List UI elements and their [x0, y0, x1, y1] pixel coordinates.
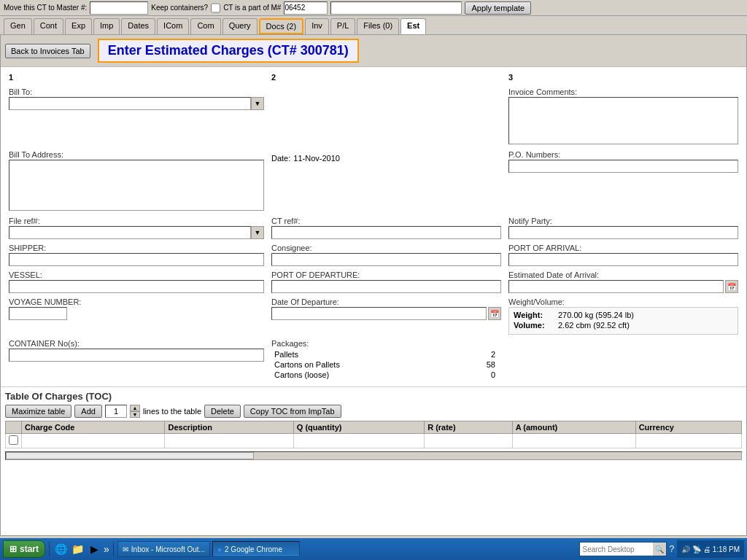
vessel-label: VESSEL:	[9, 271, 264, 279]
bill-to-dropdown-btn[interactable]: ▼	[251, 97, 264, 110]
copy-toc-btn[interactable]: Copy TOC from ImpTab	[244, 405, 341, 418]
tab-gen[interactable]: Gen	[4, 18, 32, 34]
tab-query[interactable]: Query	[222, 18, 258, 34]
voyage-input[interactable]	[9, 307, 67, 320]
toc-row-quantity[interactable]	[293, 434, 424, 448]
ct-part-input[interactable]	[284, 1, 328, 15]
packages-row-cartons: Cartons on Pallets 58	[271, 359, 501, 370]
toc-table: Charge Code Description Q (quantity) R (…	[5, 421, 742, 448]
toc-col-rate: R (rate)	[425, 421, 513, 434]
container-input[interactable]: NYKU-271873-7 20' / DV	[9, 349, 264, 362]
ct-ref-input[interactable]: 300781	[271, 226, 501, 239]
table-row	[6, 434, 742, 448]
ct-ref-section: CT ref#: 300781	[268, 214, 505, 241]
date-departure-input[interactable]: 12-May-2010	[271, 307, 487, 320]
file-ref-label: File ref#:	[9, 217, 264, 225]
toc-col-checkbox	[6, 421, 22, 434]
tab-cont[interactable]: Cont	[34, 18, 63, 34]
bill-to-input[interactable]	[9, 97, 251, 110]
invoice-comments-label: Invoice Comments:	[508, 88, 738, 96]
date-arrival-input[interactable]: 05-Jun-2010	[508, 280, 724, 293]
tab-files[interactable]: Files (0)	[357, 18, 399, 34]
top-bar: Move this CT to Master #: Keep container…	[0, 0, 747, 16]
tab-pl[interactable]: P/L	[330, 18, 356, 34]
toc-col-description: Description	[165, 421, 293, 434]
po-numbers-label: P.O. Numbers:	[508, 150, 738, 159]
toc-row-check-input[interactable]	[9, 435, 18, 445]
date-departure-calendar-btn[interactable]: 📅	[488, 307, 501, 320]
packages-qty-pallets: 2	[455, 349, 501, 359]
date-arrival-label: Estimated Date of Arrival:	[508, 271, 738, 279]
toc-row-rate[interactable]	[425, 434, 513, 448]
tab-icom[interactable]: ICom	[157, 18, 189, 34]
container-label: CONTAINER No(s):	[9, 339, 264, 348]
bill-to-address-label: Bill To Address:	[9, 150, 264, 159]
packages-type-loose: Cartons (loose)	[271, 370, 455, 380]
shipper-input[interactable]: PT TECHPACK ASIA	[9, 253, 264, 266]
date-label: Date:	[271, 154, 290, 163]
weight-volume-box: Weight: 270.00 kg (595.24 lb) Volume: 2.…	[508, 307, 738, 335]
toc-row-charge-code[interactable]	[22, 434, 165, 448]
tab-dates[interactable]: Dates	[121, 18, 155, 34]
file-ref-section: File ref#: ▼	[5, 214, 268, 241]
lines-num-input[interactable]	[105, 405, 127, 418]
file-ref-select-wrapper: ▼	[9, 226, 264, 239]
invoice-comments-section: Invoice Comments:	[505, 85, 742, 148]
keep-containers-checkbox[interactable]	[211, 1, 220, 15]
tab-inv[interactable]: Inv	[305, 18, 329, 34]
horizontal-scrollbar[interactable]	[5, 451, 742, 460]
tab-docs[interactable]: Docs (2)	[259, 18, 304, 34]
consignee-input[interactable]: COSMETECH MABLY INTERNATIONAL	[271, 253, 501, 266]
file-ref-input[interactable]	[9, 226, 251, 239]
toc-col-currency: Currency	[635, 421, 741, 434]
packages-label: Packages:	[271, 339, 501, 348]
delete-btn[interactable]: Delete	[204, 405, 241, 418]
vessel-input[interactable]: NYK REMUS V.06E18	[9, 280, 264, 293]
file-ref-dropdown-btn[interactable]: ▼	[251, 226, 264, 239]
tab-com[interactable]: Com	[190, 18, 220, 34]
weight-value: 270.00 kg (595.24 lb)	[558, 311, 634, 319]
date-departure-section: Date Of Departure: 12-May-2010 📅	[268, 295, 505, 337]
invoice-comments-input[interactable]	[508, 97, 738, 144]
add-btn[interactable]: Add	[74, 405, 102, 418]
packages-table: Pallets 2 Cartons on Pallets 58 Cartons …	[271, 349, 501, 380]
weight-label: Weight:	[514, 311, 554, 319]
lines-label: lines to the table	[143, 407, 201, 416]
bill-to-address-input[interactable]	[9, 160, 264, 211]
lines-num-down-btn[interactable]: ▼	[130, 411, 140, 418]
date-value: 11-Nov-2010	[293, 154, 340, 163]
bill-to-section: Bill To: ▼	[5, 85, 268, 148]
toc-row-checkbox[interactable]	[6, 434, 22, 448]
lines-num-up-btn[interactable]: ▲	[130, 405, 140, 411]
apply-template-btn[interactable]: Apply template	[465, 1, 531, 15]
toc-row-description[interactable]	[165, 434, 293, 448]
port-departure-input[interactable]: Hong Kong, Hong Kong	[271, 280, 501, 293]
tab-imp[interactable]: Imp	[93, 18, 120, 34]
toc-header-row: Charge Code Description Q (quantity) R (…	[6, 421, 742, 434]
toc-col-amount: A (amount)	[512, 421, 635, 434]
port-arrival-input[interactable]: New York, United States	[508, 253, 738, 266]
toc-row-amount[interactable]	[512, 434, 635, 448]
packages-type-cartons: Cartons on Pallets	[271, 359, 455, 370]
col2-date: Date: 11-Nov-2010	[268, 148, 505, 214]
master-num-input[interactable]	[90, 1, 148, 15]
date-departure-label: Date Of Departure:	[271, 298, 501, 306]
bill-to-label: Bill To:	[9, 88, 264, 96]
packages-row-pallets: Pallets 2	[271, 349, 501, 359]
container-section: CONTAINER No(s): NYKU-271873-7 20' / DV	[5, 337, 268, 382]
date-arrival-calendar-btn[interactable]: 📅	[725, 280, 738, 293]
notify-party-input[interactable]	[508, 226, 738, 239]
packages-type-pallets: Pallets	[271, 349, 455, 359]
tab-exp[interactable]: Exp	[65, 18, 92, 34]
tab-est[interactable]: Est	[400, 18, 426, 34]
po-numbers-input[interactable]: 1187042, 1187042	[508, 160, 738, 173]
form-body: 1 2 3 Bill To: ▼ Invoice Comments: Bill …	[1, 67, 746, 386]
toc-row-currency[interactable]	[635, 434, 741, 448]
ct-part-extra[interactable]	[330, 1, 462, 15]
keep-containers-label: Keep containers?	[151, 4, 208, 12]
maximize-table-btn[interactable]: Maximize table	[5, 405, 71, 418]
toc-title: Table Of Charges (TOC)	[5, 391, 742, 402]
back-to-invoices-btn[interactable]: Back to Invoices Tab	[5, 44, 90, 58]
voyage-section: VOYAGE NUMBER:	[5, 295, 268, 337]
page-title: Enter Estimated Charges (CT# 300781)	[98, 39, 359, 63]
